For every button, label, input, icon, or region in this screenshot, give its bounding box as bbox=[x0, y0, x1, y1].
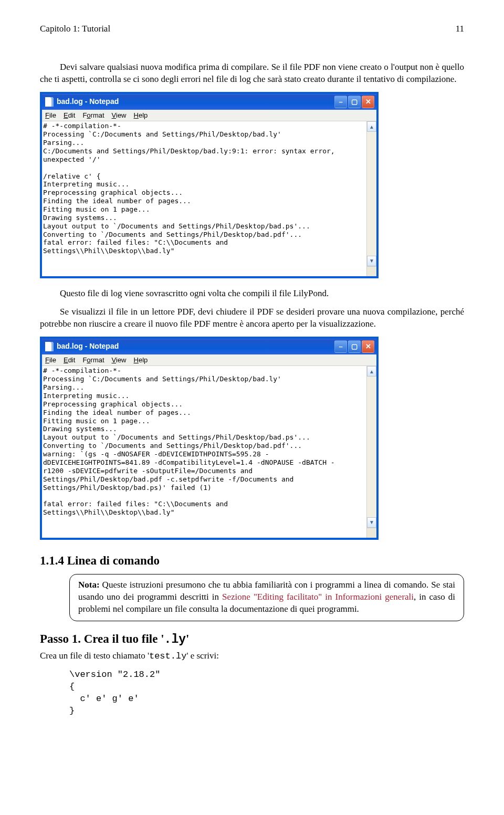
titlebar: bad.log - Notepad – ▢ ✕ bbox=[42, 339, 376, 354]
minimize-button[interactable]: – bbox=[334, 96, 347, 108]
running-header: Capitolo 1: Tutorial 11 bbox=[40, 23, 464, 35]
menu-edit[interactable]: Edit bbox=[64, 356, 75, 365]
notepad-window-1: bad.log - Notepad – ▢ ✕ File Edit Format… bbox=[40, 92, 379, 278]
note-label: Nota: bbox=[78, 580, 100, 590]
paragraph-2a: Questo file di log viene sovrascritto og… bbox=[40, 288, 464, 300]
step-mono: .ly bbox=[164, 633, 186, 646]
menu-edit[interactable]: Edit bbox=[64, 111, 75, 120]
scroll-down-icon[interactable]: ▼ bbox=[367, 517, 376, 528]
scroll-track[interactable] bbox=[367, 377, 376, 517]
window-title: bad.log - Notepad bbox=[57, 97, 334, 107]
note-link[interactable]: Sezione "Editing facilitato" in Informaz… bbox=[222, 592, 414, 602]
maximize-button[interactable]: ▢ bbox=[348, 96, 361, 108]
step-heading: Passo 1. Crea il tuo file '.ly' bbox=[40, 631, 464, 648]
close-button[interactable]: ✕ bbox=[362, 96, 374, 108]
menu-format[interactable]: Format bbox=[82, 356, 104, 365]
note-box: Nota: Queste istruzioni presumono che tu… bbox=[69, 574, 464, 621]
header-page-number: 11 bbox=[456, 23, 464, 35]
section-heading: 1.1.4 Linea di comando bbox=[40, 552, 464, 569]
scroll-up-icon[interactable]: ▲ bbox=[367, 121, 376, 132]
notepad-icon bbox=[45, 342, 54, 351]
menubar: File Edit Format View Help bbox=[42, 110, 376, 122]
titlebar: bad.log - Notepad – ▢ ✕ bbox=[42, 94, 376, 110]
step-suffix: ' bbox=[186, 632, 189, 645]
step-body-2: ' e scrivi: bbox=[186, 651, 219, 661]
header-left: Capitolo 1: Tutorial bbox=[40, 23, 110, 35]
menu-file[interactable]: File bbox=[45, 111, 56, 120]
editor-content[interactable]: # -*-compilation-*- Processing `C:/Docum… bbox=[42, 121, 366, 276]
resize-grip[interactable] bbox=[367, 266, 376, 276]
menu-view[interactable]: View bbox=[112, 111, 127, 120]
close-button[interactable]: ✕ bbox=[362, 340, 374, 353]
resize-grip[interactable] bbox=[367, 528, 376, 538]
step-body-1: Crea un file di testo chiamato ' bbox=[40, 651, 149, 661]
vertical-scrollbar[interactable]: ▲ ▼ bbox=[366, 121, 376, 276]
scroll-track[interactable] bbox=[367, 132, 376, 256]
paragraph-2b: Se visualizzi il file in un lettore PDF,… bbox=[40, 306, 464, 330]
window-title: bad.log - Notepad bbox=[57, 341, 334, 351]
menu-format[interactable]: Format bbox=[82, 111, 104, 120]
maximize-button[interactable]: ▢ bbox=[348, 340, 361, 353]
menubar: File Edit Format View Help bbox=[42, 354, 376, 367]
paragraph-1: Devi salvare qualsiasi nuova modifica pr… bbox=[40, 61, 464, 86]
notepad-window-2: bad.log - Notepad – ▢ ✕ File Edit Format… bbox=[40, 337, 379, 540]
menu-help[interactable]: Help bbox=[134, 356, 148, 365]
step-body-mono: test.ly bbox=[149, 651, 186, 661]
minimize-button[interactable]: – bbox=[334, 340, 347, 353]
menu-help[interactable]: Help bbox=[134, 111, 148, 120]
editor-content[interactable]: # -*-compilation-*- Processing `C:/Docum… bbox=[42, 366, 366, 537]
vertical-scrollbar[interactable]: ▲ ▼ bbox=[366, 366, 376, 537]
scroll-up-icon[interactable]: ▲ bbox=[367, 366, 376, 377]
notepad-icon bbox=[45, 97, 54, 107]
menu-view[interactable]: View bbox=[112, 356, 127, 365]
menu-file[interactable]: File bbox=[45, 356, 56, 365]
code-block: \version "2.18.2" { c' e' g' e' } bbox=[69, 669, 464, 717]
scroll-down-icon[interactable]: ▼ bbox=[367, 256, 376, 266]
step-prefix: Passo 1. Crea il tuo file ' bbox=[40, 632, 164, 645]
step-instruction: Crea un file di testo chiamato 'test.ly'… bbox=[40, 650, 464, 663]
